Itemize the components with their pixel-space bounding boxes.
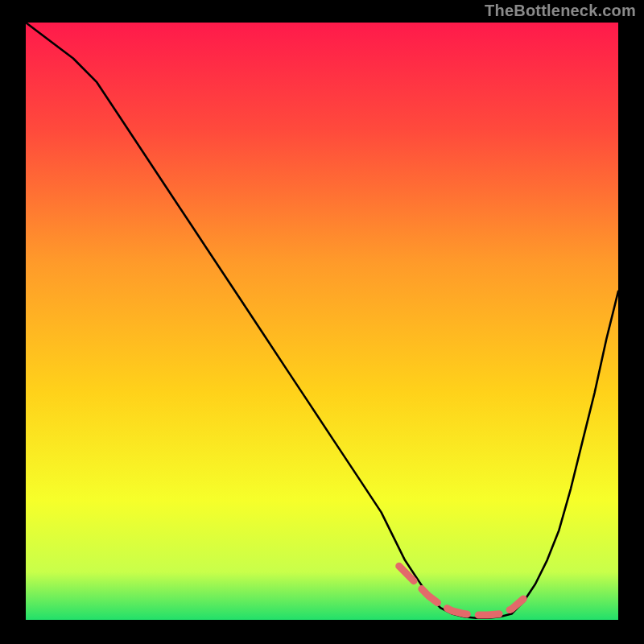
plot-area <box>26 23 618 620</box>
watermark-text: TheBottleneck.com <box>485 2 636 20</box>
chart-container: TheBottleneck.com <box>0 0 644 644</box>
bottleneck-curve-chart <box>0 0 644 644</box>
